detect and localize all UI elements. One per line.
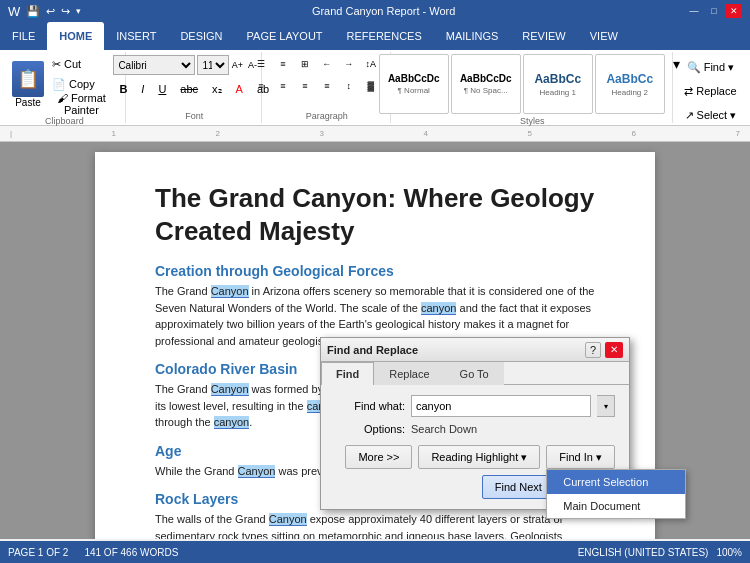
dialog-tab-goto[interactable]: Go To bbox=[445, 362, 504, 385]
tab-page-layout[interactable]: PAGE LAYOUT bbox=[235, 22, 335, 50]
title-bar: W 💾 ↩ ↪ ▾ Grand Canyon Report - Word — □… bbox=[0, 0, 750, 22]
find-button[interactable]: 🔍 Find ▾ bbox=[681, 56, 741, 78]
numbering-button[interactable]: ≡ bbox=[273, 55, 293, 73]
highlight-canyon-1: Canyon bbox=[211, 285, 249, 298]
tab-design[interactable]: DESIGN bbox=[168, 22, 234, 50]
copy-button[interactable]: 📄 Copy bbox=[46, 74, 117, 94]
status-zoom: 100% bbox=[716, 547, 742, 558]
document-area: The Grand Canyon: Where Geology Created … bbox=[0, 142, 750, 539]
subscript-button[interactable]: x₂ bbox=[206, 79, 228, 99]
dialog-titlebar: Find and Replace ? ✕ bbox=[321, 338, 629, 362]
clipboard-mini: ✂ Cut 📄 Copy 🖌 Format Painter bbox=[46, 54, 117, 114]
tab-view[interactable]: VIEW bbox=[578, 22, 630, 50]
style-no-spacing-preview: AaBbCcDc bbox=[460, 73, 512, 84]
clipboard-controls: 📋 Paste ✂ Cut 📄 Copy 🖌 Format Painter bbox=[12, 54, 117, 114]
font-family-select[interactable]: Calibri bbox=[113, 55, 195, 75]
dropdown-item-main-document[interactable]: Main Document bbox=[547, 494, 685, 518]
paste-button[interactable]: 📋 Paste bbox=[12, 61, 44, 108]
justify-button[interactable]: ≡ bbox=[317, 77, 337, 95]
replace-button[interactable]: ⇄ Replace bbox=[678, 80, 742, 102]
reading-highlight-button[interactable]: Reading Highlight ▾ bbox=[418, 445, 540, 469]
dialog-tab-replace[interactable]: Replace bbox=[374, 362, 444, 385]
section-body-rocklayers: The walls of the Grand Canyon expose app… bbox=[155, 511, 595, 539]
dropdown-item-current-selection[interactable]: Current Selection bbox=[547, 470, 685, 494]
dialog-body: Find what: ▾ Options: Search Down More >… bbox=[321, 385, 629, 509]
clipboard-label: Clipboard bbox=[45, 116, 84, 126]
align-center-button[interactable]: ≡ bbox=[273, 77, 293, 95]
status-page: PAGE 1 OF 2 bbox=[8, 547, 68, 558]
status-bar: PAGE 1 OF 2 141 OF 466 WORDS ENGLISH (UN… bbox=[0, 541, 750, 563]
decrease-indent-button[interactable]: ← bbox=[317, 55, 337, 73]
style-heading2-button[interactable]: AaBbCc Heading 2 bbox=[595, 54, 665, 114]
font-group: Calibri 11 A+ A- B I U abc x₂ A ab bbox=[128, 52, 262, 123]
tab-references[interactable]: REFERENCES bbox=[335, 22, 434, 50]
dialog-help-button[interactable]: ? bbox=[585, 342, 601, 358]
find-what-input[interactable] bbox=[411, 395, 591, 417]
font-size-select[interactable]: 11 bbox=[197, 55, 229, 75]
status-words: 141 OF 466 WORDS bbox=[84, 547, 178, 558]
minimize-button[interactable]: — bbox=[686, 4, 702, 18]
find-what-label: Find what: bbox=[335, 400, 405, 412]
paste-icon: 📋 bbox=[12, 61, 44, 97]
dialog-tab-find[interactable]: Find bbox=[321, 362, 374, 385]
styles-controls: AaBbCcDc ¶ Normal AaBbCcDc ¶ No Spac... … bbox=[379, 54, 686, 114]
cut-button[interactable]: ✂ Cut bbox=[46, 54, 117, 74]
strikethrough-button[interactable]: abc bbox=[174, 79, 204, 99]
underline-button[interactable]: U bbox=[152, 79, 172, 99]
highlight-canyon-7: Canyon bbox=[238, 465, 276, 478]
font-color-button[interactable]: A bbox=[230, 79, 249, 99]
maximize-button[interactable]: □ bbox=[706, 4, 722, 18]
font-increase-button[interactable]: A+ bbox=[230, 56, 244, 74]
quick-access-redo[interactable]: ↪ bbox=[61, 5, 70, 18]
highlight-canyon-2: canyon bbox=[421, 302, 456, 315]
window-controls[interactable]: — □ ✕ bbox=[686, 4, 742, 18]
ruler: |12 345 67 bbox=[0, 126, 750, 142]
style-normal-label: ¶ Normal bbox=[398, 86, 430, 95]
app-icon: W bbox=[8, 4, 20, 19]
style-no-spacing-button[interactable]: AaBbCcDc ¶ No Spac... bbox=[451, 54, 521, 114]
style-heading2-preview: AaBbCc bbox=[606, 72, 653, 86]
multilevel-button[interactable]: ⊞ bbox=[295, 55, 315, 73]
dialog-close-button[interactable]: ✕ bbox=[605, 342, 623, 358]
tab-insert[interactable]: INSERT bbox=[104, 22, 168, 50]
style-heading1-preview: AaBbCc bbox=[534, 72, 581, 86]
font-label: Font bbox=[185, 111, 203, 121]
close-button[interactable]: ✕ bbox=[726, 4, 742, 18]
find-in-button[interactable]: Find In ▾ bbox=[546, 445, 615, 469]
line-spacing-button[interactable]: ↕ bbox=[339, 77, 359, 95]
select-button[interactable]: ↗ Select ▾ bbox=[679, 104, 743, 126]
style-normal-button[interactable]: AaBbCcDc ¶ Normal bbox=[379, 54, 449, 114]
bold-button[interactable]: B bbox=[113, 79, 133, 99]
highlight-canyon-6: canyon bbox=[214, 416, 249, 429]
highlight-canyon-8: Canyon bbox=[269, 513, 307, 526]
dialog-tabs: Find Replace Go To bbox=[321, 362, 629, 385]
tab-review[interactable]: REVIEW bbox=[510, 22, 577, 50]
tab-mailings[interactable]: MAILINGS bbox=[434, 22, 511, 50]
find-replace-dialog[interactable]: Find and Replace ? ✕ Find Replace Go To … bbox=[320, 337, 630, 510]
tab-file[interactable]: FILE bbox=[0, 22, 47, 50]
style-heading1-button[interactable]: AaBbCc Heading 1 bbox=[523, 54, 593, 114]
quick-access-undo[interactable]: ↩ bbox=[46, 5, 55, 18]
dialog-title: Find and Replace bbox=[327, 344, 418, 356]
more-button[interactable]: More >> bbox=[345, 445, 412, 469]
style-heading2-label: Heading 2 bbox=[611, 88, 647, 97]
quick-access-save[interactable]: 💾 bbox=[26, 5, 40, 18]
find-in-dropdown: Current Selection Main Document bbox=[546, 469, 686, 519]
highlight-canyon-3: Canyon bbox=[211, 383, 249, 396]
tab-home[interactable]: HOME bbox=[47, 22, 104, 50]
dialog-buttons: More >> Reading Highlight ▾ Find In ▾ Cu… bbox=[335, 445, 615, 499]
align-right-button[interactable]: ≡ bbox=[295, 77, 315, 95]
format-painter-button[interactable]: 🖌 Format Painter bbox=[46, 94, 117, 114]
ribbon-tabs-bar: FILE HOME INSERT DESIGN PAGE LAYOUT REFE… bbox=[0, 22, 750, 50]
options-label: Options: bbox=[335, 423, 405, 435]
bullets-button[interactable]: ☰ bbox=[251, 55, 271, 73]
editing-controls: 🔍 Find ▾ ⇄ Replace ↗ Select ▾ bbox=[672, 54, 748, 128]
increase-indent-button[interactable]: → bbox=[339, 55, 359, 73]
italic-button[interactable]: I bbox=[135, 79, 150, 99]
find-what-dropdown-arrow[interactable]: ▾ bbox=[597, 395, 615, 417]
window-title: Grand Canyon Report - Word bbox=[81, 5, 686, 17]
find-next-button[interactable]: Find Next bbox=[482, 475, 555, 499]
align-left-button[interactable]: ≡ bbox=[251, 77, 271, 95]
title-bar-left: W 💾 ↩ ↪ ▾ bbox=[8, 4, 81, 19]
styles-group: AaBbCcDc ¶ Normal AaBbCcDc ¶ No Spac... … bbox=[393, 52, 673, 123]
